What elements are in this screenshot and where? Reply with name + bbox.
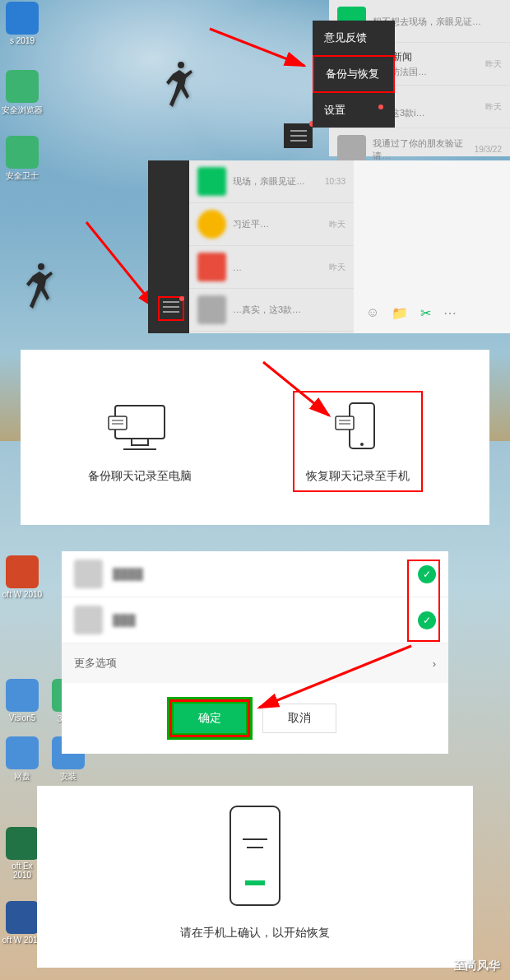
contact-name: ████ (113, 568, 418, 580)
chat-time: 昨天 (485, 58, 502, 70)
phone-waiting-icon (222, 802, 288, 909)
avatar (74, 560, 103, 588)
chat-time: 10:33 (325, 177, 345, 186)
chat-list: 现场，亲眼见证…10:33 习近平…昨天 …昨天 …真实，这3款… 朋友验证请…… (189, 160, 354, 333)
instruction-text: 请在手机上确认，以开始恢复 (53, 926, 457, 941)
avatar (197, 253, 226, 281)
avatar (74, 606, 103, 634)
panel-hamburger-screenshot: 现场，亲眼见证…10:33 习近平…昨天 …昨天 …真实，这3款… 朋友验证请…… (0, 160, 510, 333)
monitor-icon (107, 399, 173, 457)
runner-silhouette (165, 62, 197, 111)
chat-item[interactable]: 现场，亲眼见证…10:33 (189, 160, 354, 203)
restore-to-phone-option[interactable]: 恢复聊天记录至手机 (293, 391, 423, 492)
notification-dot-icon (378, 105, 383, 109)
chat-preview: 我通过了你的朋友验证请… (373, 137, 475, 162)
chat-item[interactable]: 习近平…昨天 (189, 203, 354, 246)
hamburger-menu-button[interactable] (158, 296, 184, 321)
notification-dot-icon (179, 296, 184, 301)
menu-label: 设置 (324, 104, 345, 116)
more-options-row[interactable]: 更多选项 › (62, 643, 448, 683)
chat-pane: ☺ 📁 ✂ ⋯ (354, 160, 510, 333)
icon-label: oft Ex 2010 (12, 862, 33, 880)
chat-time: 昨天 (329, 219, 345, 230)
svg-line-1 (86, 222, 156, 309)
panel-menu-screenshot: 想不想去现场，亲眼见证… 腾讯新闻年再访法国… 昨天 M实，这3款i… 昨天 我… (0, 0, 510, 156)
cancel-button[interactable]: 取消 (262, 704, 336, 733)
emoji-icon[interactable]: ☺ (366, 305, 379, 321)
desktop-icon[interactable]: Vision5 (2, 679, 43, 722)
icon-label: 安装 (60, 772, 76, 781)
contact-selection-dialog: ████ ✓ ███ ✓ 更多选项 › 确定 取消 (62, 551, 448, 754)
menu-item-settings[interactable]: 设置 (313, 93, 395, 128)
hamburger-menu-button[interactable] (284, 123, 313, 148)
backup-restore-dialog: 备份聊天记录至电脑 恢复聊天记录至手机 (21, 350, 489, 525)
svg-rect-11 (336, 416, 354, 430)
chat-preview: 现场，亲眼见证… (233, 175, 325, 188)
chevron-right-icon: › (433, 657, 436, 670)
svg-rect-15 (230, 806, 280, 905)
svg-rect-4 (132, 439, 148, 445)
chat-item[interactable]: 朋友验证请…19/3/22 (189, 332, 354, 333)
folder-icon[interactable]: 📁 (392, 305, 408, 321)
avatar (337, 135, 366, 164)
backup-to-computer-option[interactable]: 备份聊天记录至电脑 (88, 399, 192, 484)
chat-time: 昨天 (485, 101, 502, 113)
svg-rect-6 (109, 416, 127, 430)
chat-time: 19/3/22 (475, 145, 502, 154)
desktop-icon[interactable]: 网盘 (2, 736, 43, 783)
avatar (197, 210, 226, 239)
menu-item-feedback[interactable]: 意见反馈 (313, 21, 395, 55)
arrow-annotation (206, 25, 313, 74)
sidebar (148, 160, 189, 333)
desktop-icon[interactable]: oft W 2010 (2, 555, 43, 599)
chat-item[interactable]: …昨天 (189, 246, 354, 289)
chat-item[interactable]: …真实，这3款… (189, 289, 354, 332)
scissors-icon[interactable]: ✂ (420, 305, 431, 321)
chat-preview: 习近平… (233, 218, 329, 230)
contact-name: ███ (113, 614, 418, 626)
contact-row[interactable]: ███ ✓ (62, 597, 448, 643)
chat-preview: …真实，这3款… (233, 304, 345, 316)
contact-row[interactable]: ████ ✓ (62, 551, 448, 597)
icon-label: 网盘 (14, 772, 30, 781)
confirm-button[interactable]: 确定 (174, 704, 246, 733)
runner-silhouette (25, 263, 58, 313)
more-icon[interactable]: ⋯ (443, 305, 457, 321)
chat-time: 昨天 (329, 262, 345, 273)
avatar (197, 167, 226, 196)
icon-label: oft W 2010 (2, 590, 42, 599)
svg-rect-18 (245, 880, 265, 885)
option-label: 备份聊天记录至电脑 (88, 469, 192, 484)
more-menu: 意见反馈 备份与恢复 设置 (313, 21, 395, 128)
chat-preview: … (233, 262, 329, 272)
svg-line-0 (210, 29, 304, 66)
phone-confirm-dialog: 请在手机上确认，以开始恢复 (37, 786, 473, 968)
option-label: 恢复聊天记录至手机 (306, 469, 410, 484)
phone-icon (325, 399, 391, 457)
icon-label: oft W 2010 (2, 936, 42, 945)
avatar (197, 295, 226, 324)
more-options-label: 更多选项 (74, 656, 117, 671)
highlight-annotation (407, 560, 440, 642)
menu-item-backup-restore[interactable]: 备份与恢复 (313, 55, 395, 93)
watermark: 至尚风华 (454, 959, 500, 973)
icon-label: Vision5 (9, 713, 36, 722)
svg-point-10 (360, 443, 364, 446)
wechat-window: 现场，亲眼见证…10:33 习近平…昨天 …昨天 …真实，这3款… 朋友验证请…… (148, 160, 510, 333)
